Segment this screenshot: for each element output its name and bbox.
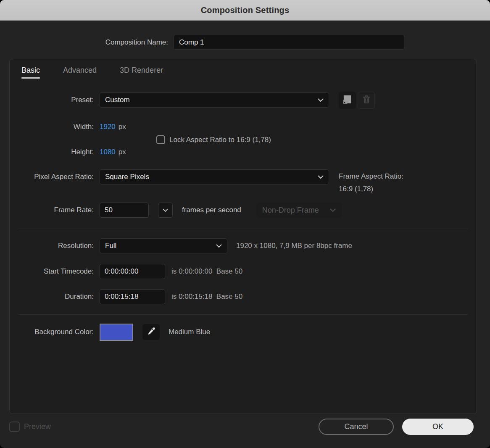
resolution-label: Resolution:: [10, 242, 100, 250]
background-color-label: Background Color:: [10, 328, 100, 336]
tab-advanced[interactable]: Advanced: [63, 66, 97, 79]
preview-checkbox[interactable]: [9, 422, 20, 432]
preset-value: Custom: [105, 96, 314, 104]
frame-rate-label: Frame Rate:: [10, 206, 100, 214]
section-divider: [18, 229, 468, 229]
background-color-swatch[interactable]: [100, 324, 133, 341]
dialog-titlebar[interactable]: Composition Settings: [0, 0, 490, 21]
chevron-down-icon: [318, 175, 324, 179]
frame-aspect-value: 16:9 (1,78): [339, 183, 403, 195]
tab-3d-renderer-label: 3D Renderer: [120, 66, 163, 74]
resolution-dropdown[interactable]: Full: [100, 238, 227, 253]
height-value[interactable]: 1080: [100, 148, 116, 156]
ok-button[interactable]: OK: [402, 419, 474, 435]
frame-rate-row: Frame Rate: frames per second Non-Drop F…: [10, 203, 342, 218]
tab-basic[interactable]: Basic: [21, 66, 40, 79]
preset-row: Preset: Custom: [10, 92, 375, 108]
chevron-down-icon: [318, 98, 324, 102]
delete-preset-button[interactable]: [358, 92, 375, 109]
resolution-value: Full: [105, 242, 213, 250]
duration-row: Duration: is 0:00:15:18 Base 50: [10, 289, 242, 304]
background-color-name: Medium Blue: [169, 328, 210, 336]
drop-frame-value: Non-Drop Frame: [262, 206, 319, 215]
settings-panel: Basic Advanced 3D Renderer Preset: Custo…: [9, 59, 477, 414]
width-value[interactable]: 1920: [100, 123, 116, 131]
start-timecode-row: Start Timecode: is 0:00:00:00 Base 50: [10, 264, 242, 279]
preview-toggle: Preview: [9, 422, 51, 432]
frame-rate-preset-button[interactable]: [158, 203, 173, 218]
preview-label: Preview: [24, 422, 51, 431]
start-timecode-info: is 0:00:00:00 Base 50: [171, 267, 242, 276]
lock-aspect-checkbox[interactable]: [156, 135, 165, 144]
pixel-aspect-dropdown[interactable]: Square Pixels: [100, 169, 329, 184]
composition-name-label: Composition Name:: [0, 38, 174, 47]
duration-input[interactable]: [100, 289, 165, 304]
section-divider: [18, 314, 468, 315]
save-preset-icon: [342, 95, 352, 106]
drop-frame-dropdown: Non-Drop Frame: [256, 203, 342, 218]
tab-bar: Basic Advanced 3D Renderer: [21, 66, 163, 79]
save-preset-button[interactable]: [339, 92, 356, 109]
dialog-title: Composition Settings: [201, 5, 290, 15]
composition-name-input[interactable]: [174, 35, 404, 50]
resolution-info: 1920 x 1080, 7,9 MB per 8bpc frame: [236, 242, 352, 250]
tab-advanced-label: Advanced: [63, 66, 97, 74]
start-timecode-input[interactable]: [100, 264, 165, 279]
frame-rate-unit: frames per second: [182, 206, 241, 214]
trash-icon: [362, 95, 371, 105]
chevron-down-icon: [163, 206, 168, 214]
background-color-row: Background Color: Medium Blue: [10, 323, 210, 341]
eyedropper-icon: [147, 327, 156, 337]
composition-name-row: Composition Name:: [0, 35, 490, 50]
width-unit: px: [119, 123, 126, 131]
eyedropper-button[interactable]: [142, 324, 160, 340]
height-row: Height: 1080 px: [10, 145, 126, 160]
active-tab-underline: [21, 77, 40, 79]
width-label: Width:: [10, 123, 100, 131]
chevron-down-icon: [330, 208, 336, 212]
lock-aspect-row: Lock Aspect Ratio to 16:9 (1,78): [156, 135, 271, 144]
pixel-aspect-label: Pixel Aspect Ratio:: [10, 173, 100, 181]
tab-3d-renderer[interactable]: 3D Renderer: [120, 66, 163, 79]
preset-label: Preset:: [10, 96, 100, 104]
frame-aspect-label: Frame Aspect Ratio:: [339, 170, 403, 183]
frame-aspect-info: Frame Aspect Ratio: 16:9 (1,78): [339, 170, 403, 195]
pixel-aspect-row: Pixel Aspect Ratio: Square Pixels: [10, 169, 329, 184]
pixel-aspect-value: Square Pixels: [105, 173, 314, 181]
chevron-down-icon: [216, 244, 222, 248]
height-label: Height:: [10, 148, 100, 156]
frame-rate-input[interactable]: [100, 203, 149, 218]
resolution-row: Resolution: Full 1920 x 1080, 7,9 MB per…: [10, 238, 352, 253]
start-timecode-label: Start Timecode:: [10, 267, 100, 276]
lock-aspect-label: Lock Aspect Ratio to 16:9 (1,78): [169, 136, 271, 144]
height-unit: px: [119, 148, 126, 156]
composition-settings-dialog: Composition Settings Composition Name: B…: [0, 0, 490, 448]
duration-label: Duration:: [10, 293, 100, 301]
preset-dropdown[interactable]: Custom: [100, 92, 329, 108]
cancel-button[interactable]: Cancel: [319, 419, 394, 435]
width-row: Width: 1920 px: [10, 119, 126, 134]
duration-info: is 0:00:15:18 Base 50: [171, 293, 242, 301]
tab-basic-label: Basic: [21, 66, 40, 74]
